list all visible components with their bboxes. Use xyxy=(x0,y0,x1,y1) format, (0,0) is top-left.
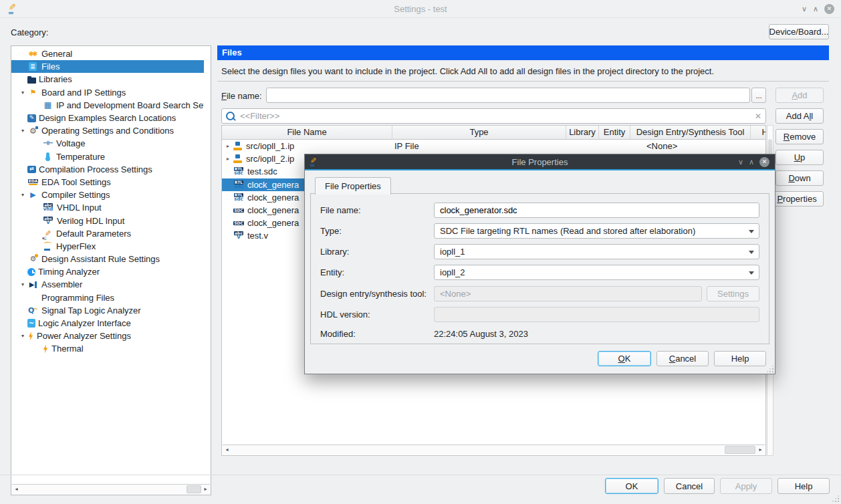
sidebar-item-board-and-ip-settings[interactable]: ▾Board and IP Settings xyxy=(11,86,204,99)
sidebar-item-ip-and-development-board-search-setti[interactable]: IP and Development Board Search Setti xyxy=(11,99,204,112)
window-shade-icon[interactable] xyxy=(802,5,807,13)
scroll-right-icon[interactable]: ▸ xyxy=(756,445,765,455)
clear-filter-icon[interactable] xyxy=(755,112,761,121)
tree-expander-icon[interactable]: ▾ xyxy=(18,128,27,134)
table-row[interactable]: ▸src/iopll_1.ipIP File<None> xyxy=(222,140,765,152)
dialog-ok-button[interactable]: OK xyxy=(598,351,651,366)
sidebar-item-design-examples-search-locations[interactable]: Design Examples Search Locations xyxy=(11,112,204,124)
dialog-cancel-button[interactable]: Cancel xyxy=(656,351,709,366)
sidebar-item-power-analyzer-settings[interactable]: ▾Power Analyzer Settings xyxy=(11,330,204,342)
row-expander-icon[interactable]: ▸ xyxy=(222,156,233,162)
sidebar-item-thermal[interactable]: Thermal xyxy=(11,342,204,355)
dialog-unshade-icon[interactable] xyxy=(749,158,754,166)
scroll-thumb[interactable] xyxy=(187,485,201,493)
operating-icon xyxy=(27,126,39,136)
thermal-icon xyxy=(42,344,49,354)
file-name-input[interactable] xyxy=(266,88,750,103)
design-ex-icon xyxy=(27,114,36,122)
sidebar-item-files[interactable]: Files xyxy=(11,60,204,73)
column-header-entity[interactable]: Entity xyxy=(599,126,630,139)
filter-box xyxy=(221,108,766,124)
add-all-button[interactable]: Add All xyxy=(775,108,824,124)
window-unshade-icon[interactable] xyxy=(813,5,818,13)
help-button[interactable]: Help xyxy=(777,478,830,494)
sidebar-item-label: Temperature xyxy=(56,152,105,162)
sidebar-item-compiler-settings[interactable]: ▾Compiler Settings xyxy=(11,188,204,201)
sidebar-item-temperature[interactable]: Temperature xyxy=(11,150,204,163)
dialog-help-button[interactable]: Help xyxy=(714,351,766,366)
sidebar-item-eda-tool-settings[interactable]: EDA Tool Settings xyxy=(11,176,204,188)
cancel-button[interactable]: Cancel xyxy=(664,478,715,494)
ip-dev-icon xyxy=(42,100,53,110)
entity-combo[interactable]: iopll_2 xyxy=(434,265,759,280)
sidebar-item-label: Libraries xyxy=(39,74,72,84)
design-entry-synthesis-tool-label: Design entry/synthesis tool: xyxy=(320,289,427,299)
rtl-sdc-file-icon: RTLsdc xyxy=(233,179,245,190)
sidebar-item-signal-tap-logic-analyzer[interactable]: Signal Tap Logic Analyzer xyxy=(11,304,204,317)
window-close-icon[interactable] xyxy=(824,4,834,14)
hdl-version-input xyxy=(434,307,759,322)
ok-button[interactable]: OK xyxy=(605,478,658,494)
library-combo[interactable]: iopll_1 xyxy=(434,244,759,259)
dialog-close-icon[interactable] xyxy=(759,157,769,167)
type-combo[interactable]: SDC File targeting RTL names (Read and s… xyxy=(434,223,759,239)
sidebar-item-operating-settings-and-conditions[interactable]: ▾Operating Settings and Conditions xyxy=(11,124,204,137)
type-label: Type: xyxy=(320,226,342,236)
remove-button[interactable]: Remove xyxy=(775,129,824,144)
file-properties-dialog: File Properties File Properties File nam… xyxy=(304,154,775,374)
filter-input[interactable] xyxy=(239,110,755,122)
tree-expander-icon[interactable]: ▾ xyxy=(18,281,27,287)
tree-expander-icon[interactable]: ▾ xyxy=(18,192,27,198)
tree-expander-icon[interactable]: ▾ xyxy=(18,90,27,96)
sidebar-hscrollbar[interactable]: ◂ ▸ xyxy=(12,484,210,494)
scroll-thumb[interactable] xyxy=(725,446,755,454)
browse-button[interactable]: ... xyxy=(751,88,766,103)
sidebar-item-default-parameters[interactable]: Default Parameters xyxy=(11,227,204,240)
column-header-type[interactable]: Type xyxy=(392,126,566,139)
timing-icon xyxy=(27,268,35,276)
sidebar-item-general[interactable]: General xyxy=(11,47,204,60)
size-grip[interactable] xyxy=(833,496,839,502)
verilog-file-icon: abcV xyxy=(233,231,245,241)
scroll-right-icon[interactable]: ▸ xyxy=(201,485,210,494)
scroll-left-icon[interactable]: ◂ xyxy=(223,445,231,455)
row-expander-icon[interactable]: ▸ xyxy=(222,143,233,149)
dialog-shade-icon[interactable] xyxy=(738,158,743,166)
sidebar-item-vhdl-input[interactable]: abcvhdVHDL Input xyxy=(11,201,204,214)
tree-expander-icon[interactable]: ▾ xyxy=(18,333,27,339)
assembler-icon xyxy=(27,279,39,289)
dialog-titlebar[interactable]: File Properties xyxy=(305,154,775,170)
sidebar-item-hyperflex[interactable]: HyperFlex xyxy=(11,240,204,253)
sidebar-item-label: Design Assistant Rule Settings xyxy=(41,254,160,264)
column-header-hdl[interactable]: HDL xyxy=(751,126,766,139)
column-header-file-name[interactable]: File Name xyxy=(222,126,392,139)
tab-file-properties[interactable]: File Properties xyxy=(315,177,391,195)
device-board-button[interactable]: Device/Board... xyxy=(769,24,829,39)
apply-button[interactable]: Apply xyxy=(720,478,772,494)
window-titlebar[interactable]: Settings - test xyxy=(0,0,841,18)
table-hscrollbar[interactable]: ◂ ▸ xyxy=(223,445,765,455)
sidebar-item-design-assistant-rule-settings[interactable]: Design Assistant Rule Settings xyxy=(11,253,204,265)
properties-button[interactable]: Properties xyxy=(770,191,824,207)
divider xyxy=(0,475,841,475)
sidebar-item-logic-analyzer-interface[interactable]: Logic Analyzer Interface xyxy=(11,317,204,330)
table-header: File NameTypeLibraryEntityDesign Entry/S… xyxy=(222,126,765,140)
column-header-design-entry-synthesis-tool[interactable]: Design Entry/Synthesis Tool xyxy=(630,126,751,139)
sidebar-item-verilog-hdl-input[interactable]: abcVVerilog HDL Input xyxy=(11,214,204,227)
sidebar-item-programming-files[interactable]: Programming Files xyxy=(11,291,204,304)
down-button[interactable]: Down xyxy=(775,170,824,186)
modified-label: Modified: xyxy=(320,329,356,339)
file-name-input[interactable] xyxy=(434,203,759,218)
sidebar-item-libraries[interactable]: Libraries xyxy=(11,73,204,86)
sidebar-item-assembler[interactable]: ▾Assembler xyxy=(11,278,204,291)
scroll-left-icon[interactable]: ◂ xyxy=(12,485,21,494)
window-title: Settings - test xyxy=(0,4,841,14)
up-button[interactable]: Up xyxy=(775,150,824,165)
sidebar-item-label: Programming Files xyxy=(41,293,114,303)
sidebar-item-voltage[interactable]: Voltage xyxy=(11,137,204,150)
add-button[interactable]: Add xyxy=(775,88,824,103)
size-grip[interactable] xyxy=(767,366,773,372)
sidebar-item-timing-analyzer[interactable]: Timing Analyzer xyxy=(11,265,204,278)
sidebar-item-compilation-process-settings[interactable]: Compilation Process Settings xyxy=(11,163,204,176)
column-header-library[interactable]: Library xyxy=(566,126,599,139)
